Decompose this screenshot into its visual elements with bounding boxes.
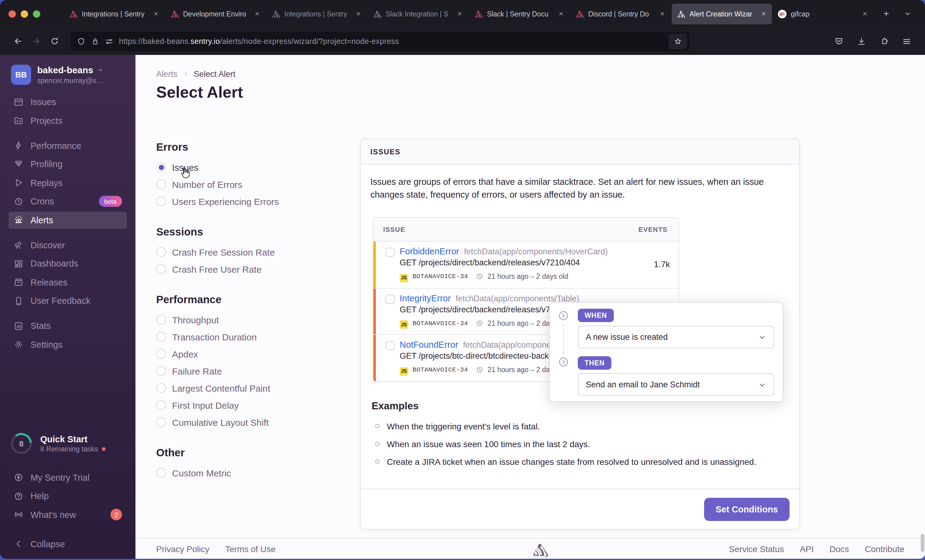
alert-type-group: Other Custom Metric — [156, 447, 351, 481]
when-select[interactable]: A new issue is created — [578, 326, 774, 348]
sidebar-item[interactable]: Replays — [9, 174, 127, 191]
radio-button[interactable] — [156, 315, 166, 325]
sidebar-item[interactable]: Dashboards — [9, 255, 127, 272]
radio-button[interactable] — [156, 264, 166, 274]
set-conditions-button[interactable]: Set Conditions — [704, 497, 789, 521]
menu-icon[interactable] — [902, 36, 911, 46]
breadcrumb-parent[interactable]: Alerts — [156, 69, 177, 79]
issue-link[interactable]: ForbiddenError — [400, 247, 459, 256]
lock-icon[interactable] — [91, 37, 99, 45]
browser-tab[interactable]: Alert Creation Wizar — [672, 3, 772, 24]
collapse-button[interactable]: Collapse — [9, 535, 127, 552]
pocket-icon[interactable] — [834, 36, 844, 46]
alert-type-option[interactable]: Failure Rate — [156, 362, 351, 379]
issue-checkbox[interactable] — [386, 294, 395, 304]
alert-type-option[interactable]: First Input Delay — [156, 396, 351, 414]
sidebar-item[interactable]: Profiling — [9, 155, 127, 173]
issue-link[interactable]: IntegrityError — [400, 293, 451, 303]
alert-type-list: Errors Issues — [156, 141, 351, 497]
sidebar-item[interactable]: Performance — [9, 137, 127, 154]
extensions-icon[interactable] — [879, 36, 889, 46]
new-tab-icon[interactable] — [882, 10, 890, 18]
sidebar-item-label: What's new — [30, 510, 76, 519]
browser-tab[interactable]: Slack Integration | S — [368, 3, 468, 24]
sidebar-item[interactable]: Projects — [9, 112, 127, 129]
sidebar-section: Performance Profiling — [0, 137, 136, 229]
radio-button[interactable] — [156, 247, 166, 257]
radio-button[interactable] — [156, 417, 166, 427]
radio-button[interactable] — [156, 383, 166, 393]
sidebar-item[interactable]: Help — [9, 488, 127, 504]
alert-type-option[interactable]: Crash Free User Rate — [156, 260, 351, 277]
sidebar-item[interactable]: Issues — [9, 93, 127, 110]
footer-link[interactable]: Contribute — [865, 544, 904, 554]
sidebar-item[interactable]: Discover — [9, 236, 127, 253]
browser-tab[interactable]: Development Enviro — [165, 3, 265, 24]
footer-link[interactable]: Terms of Use — [225, 544, 276, 554]
alert-type-option[interactable]: Throughput — [156, 311, 351, 328]
footer-link[interactable]: Docs — [830, 544, 849, 554]
url-bar[interactable]: https://baked-beans.sentry.io/alerts/nod… — [71, 32, 690, 51]
sidebar-item[interactable]: Alerts — [9, 211, 127, 229]
issue-location: fetchData(app/components/Table) — [456, 294, 579, 303]
forward-icon[interactable] — [27, 32, 45, 50]
sidebar-item[interactable]: My Sentry Trial — [9, 469, 127, 486]
issue-checkbox[interactable] — [386, 341, 395, 350]
tab-close-icon[interactable] — [456, 11, 463, 17]
tab-close-icon[interactable] — [862, 11, 868, 17]
sidebar-item[interactable]: Settings — [9, 336, 127, 353]
browser-tab[interactable]: Integrations | Sentry — [267, 3, 367, 24]
bookmark-star-icon[interactable] — [669, 33, 687, 49]
tab-close-icon[interactable] — [355, 11, 362, 17]
tab-close-icon[interactable] — [760, 11, 767, 17]
sidebar-item[interactable]: User Feedback — [9, 292, 127, 309]
footer-link[interactable]: Service Status — [729, 544, 784, 554]
issue-row[interactable]: ForbiddenError fetchData(app/components/… — [374, 242, 678, 288]
list-tabs-icon[interactable] — [904, 10, 911, 18]
browser-tab[interactable]: gc gifcap — [773, 3, 873, 24]
browser-tab[interactable]: Integrations | Sentry — [64, 3, 164, 24]
issue-link[interactable]: NotFoundError — [400, 340, 458, 349]
radio-button[interactable] — [156, 366, 166, 376]
footer-link[interactable]: API — [800, 544, 814, 554]
tab-close-icon[interactable] — [254, 11, 261, 17]
window-zoom-button[interactable] — [33, 10, 40, 17]
radio-button[interactable] — [156, 162, 166, 172]
alert-type-option[interactable]: Transaction Duration — [156, 328, 351, 345]
window-minimize-button[interactable] — [21, 10, 28, 17]
user-feedback-icon — [14, 295, 24, 306]
radio-button[interactable] — [156, 400, 166, 410]
radio-button[interactable] — [156, 349, 166, 359]
then-select[interactable]: Send an email to Jane Schmidt — [578, 373, 774, 396]
permissions-icon[interactable] — [105, 37, 113, 45]
issue-checkbox[interactable] — [386, 248, 395, 257]
sidebar-item[interactable]: Stats — [9, 317, 127, 334]
window-close-button[interactable] — [9, 10, 16, 17]
sidebar-item[interactable]: Releases — [9, 274, 127, 291]
alert-type-option[interactable]: Apdex — [156, 345, 351, 362]
radio-button[interactable] — [156, 179, 166, 189]
sidebar-item[interactable]: What's new 2 — [9, 506, 127, 523]
reload-icon[interactable] — [45, 32, 63, 50]
alert-type-option[interactable]: Cumulative Layout Shift — [156, 414, 351, 431]
tab-close-icon[interactable] — [558, 11, 564, 17]
alert-type-option[interactable]: Largest Contentful Paint — [156, 379, 351, 396]
back-icon[interactable] — [9, 32, 27, 50]
radio-button[interactable] — [156, 332, 166, 342]
sidebar-item[interactable]: Crons beta — [9, 193, 127, 210]
shield-icon[interactable] — [77, 37, 86, 45]
quick-start[interactable]: 8 Quick Start 8 Remaining tasks — [10, 432, 105, 455]
radio-button[interactable] — [156, 196, 166, 206]
browser-tab[interactable]: Discord | Sentry Do — [571, 3, 670, 24]
org-switcher[interactable]: BB baked-beans spencer.murray@s… — [11, 65, 136, 85]
scrollbar-thumb[interactable] — [921, 534, 924, 552]
alert-type-option[interactable]: Users Experiencing Errors — [156, 193, 351, 210]
footer-link[interactable]: Privacy Policy — [156, 544, 209, 554]
alert-type-option[interactable]: Custom Metric — [156, 464, 351, 481]
radio-button[interactable] — [156, 468, 166, 478]
tab-close-icon[interactable] — [152, 11, 159, 17]
alert-type-option[interactable]: Crash Free Session Rate — [156, 243, 351, 260]
download-icon[interactable] — [857, 36, 866, 46]
browser-tab[interactable]: Slack | Sentry Docu — [469, 3, 569, 24]
tab-close-icon[interactable] — [659, 11, 666, 17]
